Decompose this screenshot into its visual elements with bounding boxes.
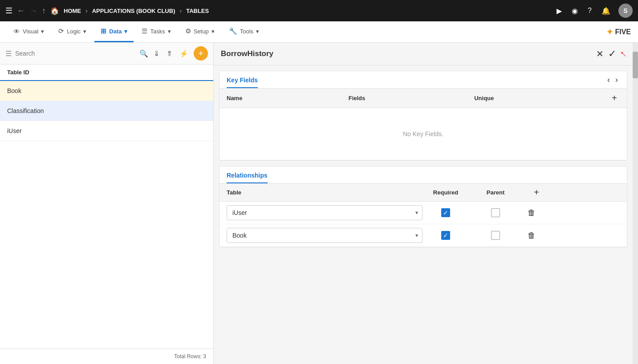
unique-column-header: Unique bbox=[467, 89, 605, 108]
tab-data[interactable]: ⊞ Data ▾ bbox=[94, 21, 134, 42]
add-table-button[interactable]: + bbox=[194, 46, 208, 61]
main-content: ☰ 🔍 ⇓ ⇑ ⚡ + Table ID Book Classification… bbox=[0, 43, 638, 364]
five-logo: ✦ FIVE bbox=[606, 27, 631, 37]
table-column-header: Table bbox=[227, 189, 423, 196]
prev-nav-button[interactable]: ‹ bbox=[605, 73, 612, 86]
close-button[interactable]: ✕ bbox=[596, 49, 604, 59]
avatar[interactable]: S bbox=[618, 4, 633, 18]
total-rows-label: Total Rows: 3 bbox=[174, 353, 206, 360]
key-fields-tab[interactable]: Key Fields bbox=[227, 71, 258, 88]
tab-tasks[interactable]: ☰ Tasks ▾ bbox=[135, 21, 177, 42]
add-key-field-button[interactable]: + bbox=[612, 93, 617, 103]
table-select-iuser[interactable]: iUser bbox=[227, 205, 423, 220]
required-column-header: Required bbox=[428, 189, 463, 196]
visual-dropdown-icon[interactable]: ▾ bbox=[41, 28, 44, 35]
toolbar-icons: ⇓ ⇑ ⚡ + bbox=[152, 46, 208, 61]
tables-label[interactable]: TABLES bbox=[186, 8, 209, 14]
logic-dropdown-icon[interactable]: ▾ bbox=[83, 28, 86, 35]
tools-label: Tools bbox=[240, 28, 253, 35]
tab-tools[interactable]: 🔧 Tools ▾ bbox=[223, 21, 265, 42]
relationships-table-header: Table Required Parent + bbox=[219, 184, 627, 202]
delete-relationship-book-button[interactable]: 🗑 bbox=[528, 231, 536, 240]
parent-checkbox-iuser[interactable] bbox=[469, 208, 522, 217]
tools-dropdown-icon[interactable]: ▾ bbox=[256, 28, 259, 35]
nav-right: ▶ ◉ ? 🔔 S bbox=[555, 4, 633, 18]
scrollbar[interactable] bbox=[633, 43, 638, 364]
save-check-button[interactable]: ✓ bbox=[608, 48, 616, 60]
notification-bell-icon[interactable]: 🔔 bbox=[600, 5, 612, 17]
data-icon: ⊞ bbox=[101, 27, 106, 35]
separator-2: › bbox=[179, 7, 182, 14]
search-input[interactable] bbox=[15, 50, 136, 57]
required-checkbox-iuser[interactable]: ✓ bbox=[428, 208, 463, 217]
right-panel: BorrowHistory ✕ ✓ ↑ Key Fields ‹ › bbox=[214, 43, 633, 364]
left-footer: Total Rows: 3 bbox=[0, 348, 213, 364]
list-item[interactable]: iUser bbox=[0, 121, 213, 141]
unchecked-icon-iuser[interactable] bbox=[491, 208, 500, 217]
required-checkbox-book[interactable]: ✓ bbox=[428, 231, 463, 240]
setup-icon: ⚙ bbox=[185, 27, 191, 35]
table-name-classification: Classification bbox=[7, 107, 44, 114]
tab-visual[interactable]: 👁 Visual ▾ bbox=[7, 21, 50, 42]
setup-dropdown-icon[interactable]: ▾ bbox=[211, 28, 215, 35]
tasks-label: Tasks bbox=[150, 28, 165, 35]
lightning-icon[interactable]: ⚡ bbox=[178, 48, 190, 60]
upload-icon[interactable]: ⇑ bbox=[165, 48, 174, 60]
left-panel: ☰ 🔍 ⇓ ⇑ ⚡ + Table ID Book Classification… bbox=[0, 43, 214, 364]
separator-1: › bbox=[85, 7, 88, 14]
up-arrow-icon[interactable]: ↑ bbox=[42, 6, 46, 16]
delete-relationship-iuser-button[interactable]: 🗑 bbox=[528, 208, 536, 218]
record-title: BorrowHistory bbox=[221, 49, 596, 58]
unchecked-icon-book[interactable] bbox=[491, 231, 500, 240]
relationships-tab-bar: Relationships bbox=[219, 166, 627, 184]
key-fields-tab-bar: Key Fields ‹ › bbox=[219, 71, 627, 89]
table-id-header: Table ID bbox=[0, 65, 213, 81]
checked-icon-iuser[interactable]: ✓ bbox=[441, 208, 450, 217]
list-item[interactable]: Book bbox=[0, 81, 213, 101]
relationship-row-iuser: iUser ▾ ✓ 🗑 bbox=[219, 202, 627, 224]
help-button[interactable]: ? bbox=[586, 5, 593, 16]
no-key-fields-message: No Key Fields. bbox=[219, 108, 627, 160]
scrollbar-thumb[interactable] bbox=[633, 52, 638, 78]
home-label: HOME bbox=[64, 8, 81, 14]
play-button[interactable]: ▶ bbox=[555, 5, 564, 17]
download-icon[interactable]: ⇓ bbox=[152, 48, 161, 60]
table-list: Table ID Book Classification iUser bbox=[0, 65, 213, 348]
next-nav-button[interactable]: › bbox=[614, 73, 620, 86]
add-relationship-button[interactable]: + bbox=[534, 187, 539, 198]
app-label[interactable]: APPLICATIONS (BOOK CLUB) bbox=[92, 8, 175, 14]
relationships-tab[interactable]: Relationships bbox=[227, 166, 268, 183]
search-icon[interactable]: 🔍 bbox=[139, 49, 148, 58]
table-row: No Key Fields. bbox=[219, 108, 627, 160]
search-bar-left: ☰ 🔍 bbox=[5, 49, 148, 58]
tasks-dropdown-icon[interactable]: ▾ bbox=[168, 28, 171, 35]
table-select-wrapper-book: Book ▾ bbox=[227, 228, 423, 243]
back-arrow-icon[interactable]: ← bbox=[17, 6, 25, 16]
tab-setup[interactable]: ⚙ Setup ▾ bbox=[179, 21, 221, 42]
five-logo-text: FIVE bbox=[615, 28, 631, 36]
home-icon[interactable]: 🏠 bbox=[50, 7, 59, 15]
record-button[interactable]: ◉ bbox=[570, 5, 580, 17]
table-select-wrapper-iuser: iUser ▾ bbox=[227, 205, 423, 220]
data-label: Data bbox=[109, 28, 122, 35]
tab-logic[interactable]: ⟳ Logic ▾ bbox=[52, 21, 93, 42]
add-col-header: + bbox=[605, 89, 627, 108]
key-fields-section: Key Fields ‹ › Name Fields Unique + bbox=[219, 71, 627, 161]
forward-arrow-icon[interactable]: → bbox=[29, 6, 37, 16]
hamburger-menu-icon[interactable]: ☰ bbox=[5, 6, 12, 16]
filter-icon[interactable]: ☰ bbox=[5, 49, 12, 58]
parent-column-header: Parent bbox=[469, 189, 522, 196]
add-relationship-header: + bbox=[528, 187, 545, 198]
list-item[interactable]: Classification bbox=[0, 101, 213, 121]
table-select-book[interactable]: Book bbox=[227, 228, 423, 243]
top-nav: ☰ ← → ↑ 🏠 HOME › APPLICATIONS (BOOK CLUB… bbox=[0, 0, 638, 21]
rel-select-container-book: Book ▾ bbox=[227, 228, 423, 243]
rel-select-container-iuser: iUser ▾ bbox=[227, 205, 423, 220]
five-star-icon: ✦ bbox=[606, 27, 613, 37]
visual-icon: 👁 bbox=[13, 28, 20, 35]
table-name-iuser: iUser bbox=[7, 127, 22, 134]
checked-icon-book[interactable]: ✓ bbox=[441, 231, 450, 240]
second-nav: 👁 Visual ▾ ⟳ Logic ▾ ⊞ Data ▾ ☰ Tasks ▾ … bbox=[0, 21, 638, 43]
parent-checkbox-book[interactable] bbox=[469, 231, 522, 240]
data-dropdown-icon[interactable]: ▾ bbox=[124, 28, 127, 35]
